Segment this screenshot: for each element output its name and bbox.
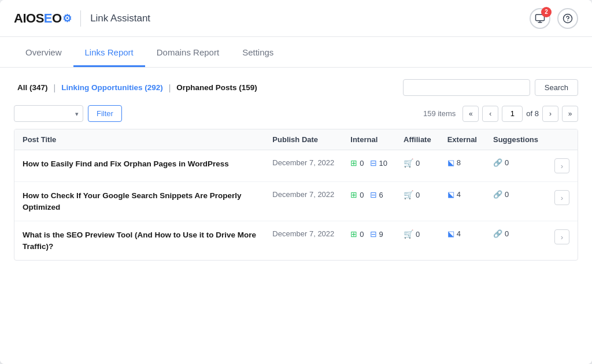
internal-in-icon-1: ⊞: [350, 190, 357, 199]
help-icon: [563, 13, 573, 24]
affiliate-icon-1: 🛒: [404, 190, 413, 199]
filter-select-wrapper: [14, 105, 83, 122]
search-input[interactable]: [403, 79, 530, 96]
post-title-text-0: How to Easily Find and Fix Orphan Pages …: [23, 158, 256, 170]
prev-page-button[interactable]: ‹: [482, 106, 498, 122]
col-publish-date: Publish Date: [264, 129, 342, 150]
internal-out-icon-0: ⊟: [370, 158, 377, 168]
logo-text-aio: AIO: [14, 11, 36, 26]
tab-domains-report[interactable]: Domains Report: [145, 37, 231, 67]
next-page-button[interactable]: ›: [542, 106, 558, 122]
filter-button[interactable]: Filter: [88, 105, 122, 122]
notifications-button[interactable]: 2: [530, 8, 550, 29]
post-title-text-2: What is the SEO Preview Tool (And How to…: [23, 229, 256, 252]
col-affiliate: Affiliate: [395, 129, 439, 150]
sep-1: |: [54, 83, 56, 92]
tab-settings[interactable]: Settings: [231, 37, 285, 67]
suggestions-value-0: 0: [505, 158, 509, 167]
cell-external-0: ⬕ 8: [439, 150, 485, 182]
row-expand-button-1[interactable]: ›: [554, 190, 569, 205]
col-suggestions: Suggestions: [485, 129, 546, 150]
cell-internal-2: ⊞ 0 ⊟ 9: [342, 221, 395, 261]
internal-out-icon-2: ⊟: [370, 229, 377, 239]
page-number-input[interactable]: [502, 106, 523, 122]
col-actions: [546, 129, 578, 150]
affiliate-value-2: 0: [416, 230, 420, 239]
affiliate-icon-2: 🛒: [404, 229, 413, 239]
affiliate-value-1: 0: [416, 191, 420, 199]
external-icon-1: ⬕: [447, 190, 454, 199]
app-header: AIOSEO⚙ Link Assistant 2: [0, 0, 592, 37]
cell-suggestions-2: 🔗 0: [485, 221, 546, 261]
search-area: Search: [403, 79, 578, 96]
external-icon-0: ⬕: [447, 158, 454, 167]
row-expand-button-0[interactable]: ›: [554, 158, 569, 173]
filter-linking-opportunities[interactable]: Linking Opportunities (292): [58, 83, 166, 92]
items-count: 159 items: [423, 109, 456, 118]
external-value-2: 4: [457, 229, 461, 238]
logo-text-s: S: [36, 11, 44, 26]
last-page-button[interactable]: »: [562, 106, 578, 122]
col-internal: Internal: [342, 129, 395, 150]
table-row: How to Check If Your Google Search Snipp…: [14, 182, 578, 221]
filter-select[interactable]: [14, 105, 83, 122]
search-button[interactable]: Search: [535, 79, 578, 96]
cell-suggestions-1: 🔗 0: [485, 182, 546, 221]
help-button[interactable]: [557, 8, 578, 29]
cell-affiliate-1: 🛒 0: [395, 182, 439, 221]
tabs-bar: Overview Links Report Domains Report Set…: [0, 37, 592, 68]
gear-icon: ⚙: [62, 12, 72, 25]
internal-in-icon-0: ⊞: [350, 158, 357, 168]
logo: AIOSEO⚙: [14, 11, 71, 26]
internal-out-icon-1: ⊟: [370, 190, 377, 199]
row-expand-button-2[interactable]: ›: [554, 229, 569, 244]
internal-out-value-2: 9: [379, 230, 383, 239]
internal-in-value-0: 0: [360, 159, 364, 168]
cell-date-0: December 7, 2022: [264, 150, 342, 182]
table-row: How to Easily Find and Fix Orphan Pages …: [14, 150, 578, 182]
cell-affiliate-0: 🛒 0: [395, 150, 439, 182]
data-table: Post Title Publish Date Internal Affilia…: [14, 129, 578, 261]
cell-suggestions-0: 🔗 0: [485, 150, 546, 182]
page-of-label: of 8: [526, 109, 539, 118]
col-external: External: [439, 129, 485, 150]
col-post-title: Post Title: [14, 129, 264, 150]
filter-all[interactable]: All (347): [14, 83, 51, 92]
cell-internal-1: ⊞ 0 ⊟ 6: [342, 182, 395, 221]
cell-action-0: ›: [546, 150, 578, 182]
logo-text-e: E: [44, 11, 52, 26]
cell-action-1: ›: [546, 182, 578, 221]
cell-affiliate-2: 🛒 0: [395, 221, 439, 261]
cell-post-title-2: What is the SEO Preview Tool (And How to…: [14, 221, 264, 261]
cell-date-1: December 7, 2022: [264, 182, 342, 221]
tab-links-report[interactable]: Links Report: [73, 37, 145, 67]
header-left: AIOSEO⚙ Link Assistant: [14, 10, 150, 27]
internal-out-value-0: 10: [379, 159, 387, 168]
app-title: Link Assistant: [90, 13, 150, 24]
tab-overview[interactable]: Overview: [14, 37, 73, 67]
internal-in-value-2: 0: [360, 230, 364, 239]
main-content: All (347) | Linking Opportunities (292) …: [0, 68, 592, 364]
affiliate-icon-0: 🛒: [404, 158, 413, 168]
internal-out-value-1: 6: [379, 191, 383, 199]
cell-date-2: December 7, 2022: [264, 221, 342, 261]
suggestions-icon-1: 🔗: [493, 190, 502, 199]
cell-post-title-1: How to Check If Your Google Search Snipp…: [14, 182, 264, 221]
header-right: 2: [530, 8, 578, 29]
suggestions-value-1: 0: [505, 190, 509, 199]
cell-post-title-0: How to Easily Find and Fix Orphan Pages …: [14, 150, 264, 182]
suggestions-value-2: 0: [505, 229, 509, 238]
notification-badge: 2: [541, 7, 552, 17]
header-divider: [80, 10, 81, 27]
sep-2: |: [169, 83, 171, 92]
filter-orphaned-posts[interactable]: Orphaned Posts (159): [173, 83, 261, 92]
affiliate-value-0: 0: [416, 159, 420, 168]
suggestions-icon-2: 🔗: [493, 229, 502, 238]
cell-action-2: ›: [546, 221, 578, 261]
first-page-button[interactable]: «: [462, 106, 479, 122]
toolbar-row: Filter 159 items « ‹ of 8 › »: [14, 105, 578, 122]
external-value-1: 4: [457, 190, 461, 199]
table-row: What is the SEO Preview Tool (And How to…: [14, 221, 578, 261]
logo-text-o: O: [52, 11, 62, 26]
cell-external-2: ⬕ 4: [439, 221, 485, 261]
